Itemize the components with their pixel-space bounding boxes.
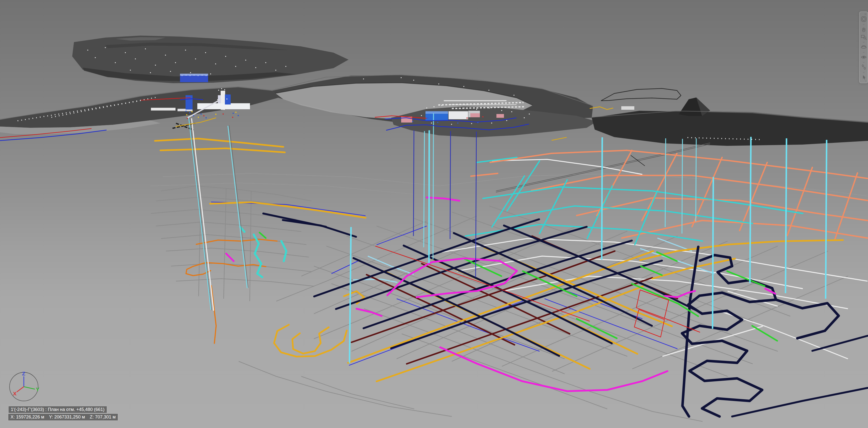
plant-dots-white: [434, 106, 434, 107]
roof-speckles-white: [190, 75, 190, 76]
plant-dots-white: [506, 120, 507, 121]
cyan-upper-level: [492, 176, 525, 227]
salmon-upper-level: [787, 167, 812, 235]
coord-y: Y: 2067331,250 м: [49, 415, 85, 420]
west-site-dots-blue: [200, 113, 202, 115]
terrain-speckles-white: [155, 65, 156, 66]
gray-tunnels: [156, 222, 301, 232]
gizmo-y-label: Y: [36, 386, 39, 392]
gold-tunnels: [160, 149, 285, 152]
plant-building-pink-2: [470, 113, 480, 117]
plant-dots-white: [501, 110, 502, 111]
gold-surface-pieces: [176, 118, 216, 127]
shafts-cyan-thin: [424, 131, 425, 247]
zoom-menu-caret[interactable]: [862, 41, 865, 44]
cursor-coordinates: X: 159726,226 м Y: 2067331,250 м Z: 707,…: [8, 414, 118, 421]
gray-tunnels: [224, 189, 226, 299]
roof-speckles-white: [206, 75, 207, 76]
plant-dots-blue: [477, 122, 478, 123]
salmon-upper-level: [622, 221, 868, 238]
terrain-speckles-white: [205, 52, 206, 53]
west-site-dots-yellow: [198, 117, 199, 118]
plant-dots-white: [524, 117, 525, 118]
navy-tunnels: [263, 213, 326, 227]
tower-blue-west-1: [186, 95, 192, 109]
terrain-speckles-white: [488, 90, 489, 91]
west-site-dots-yellow: [191, 111, 193, 112]
caret-icon: [862, 61, 865, 64]
gray-tunnels: [301, 376, 414, 409]
look-tool[interactable]: [861, 54, 867, 60]
west-site-dots-white: [221, 88, 222, 89]
salmon-upper-level: [490, 150, 868, 178]
white-level-lines: [457, 256, 803, 289]
gray-tunnels: [250, 191, 251, 301]
zoom-window-tool[interactable]: [861, 34, 867, 40]
steering-wheel-tool[interactable]: [861, 16, 867, 22]
shaft-guides-gray: [190, 118, 212, 310]
terrain-speckles-white: [105, 47, 106, 48]
walk-tool[interactable]: [861, 64, 867, 70]
orbit-tool[interactable]: [861, 44, 867, 51]
building-blue-north: [180, 75, 208, 82]
terrain-speckles-white: [363, 78, 364, 79]
plant-dots-white: [491, 123, 492, 124]
salmon-upper-level: [835, 173, 858, 239]
wheel-menu-caret[interactable]: [862, 23, 865, 26]
navy-tunnels: [732, 388, 868, 417]
zoom-window-icon: [861, 34, 867, 40]
close-button[interactable]: [864, 12, 867, 16]
terrain-speckles-white: [215, 63, 216, 64]
orbit-icon: [861, 44, 867, 51]
green-tunnels: [752, 326, 777, 341]
plant-dots-red: [483, 116, 484, 118]
gold-surface-pieces: [590, 107, 613, 109]
navy-tunnels: [314, 219, 539, 296]
west-site-dots-white: [218, 90, 219, 91]
roof-speckles-white: [182, 75, 183, 76]
west-site-dots-blue: [238, 115, 239, 116]
shafts-cyan-thin: [682, 139, 682, 234]
cyan-upper-level: [507, 161, 539, 211]
terrain-speckles-white: [235, 66, 236, 67]
navy-tunnels: [454, 233, 652, 326]
light-blue-lines: [368, 256, 414, 274]
terrain-speckles-white: [401, 77, 402, 78]
gizmo-x-label: X: [13, 391, 17, 396]
navbar-menu-chevron[interactable]: [864, 79, 867, 83]
pan-tool[interactable]: [861, 26, 867, 33]
gray-tunnels: [239, 361, 452, 417]
coord-x: X: 159726,226 м: [10, 415, 44, 420]
caret-icon: [862, 23, 865, 26]
west-site-dots-blue: [193, 115, 194, 117]
terrain-speckles-white: [115, 62, 116, 63]
cyan-stope-blobs: [281, 241, 286, 261]
gizmo-y-axis: [24, 387, 35, 389]
orbit-menu-caret[interactable]: [862, 51, 865, 54]
green-tunnels: [259, 233, 266, 238]
plant-building-pink-1: [401, 117, 412, 123]
axis-gizmo[interactable]: Z Y X: [7, 370, 41, 404]
platform-white-1: [151, 108, 176, 110]
gold-tunnels: [155, 139, 283, 147]
terrain-speckles-white: [190, 72, 191, 73]
roof-speckles-white: [194, 75, 194, 76]
terrain-speckles-white: [175, 62, 176, 63]
look-menu-caret[interactable]: [862, 61, 865, 64]
viewport-3d[interactable]: [0, 0, 868, 428]
white-level-lines: [727, 291, 778, 306]
walk-icon: [861, 64, 867, 70]
shafts-cyan-thin: [665, 138, 666, 227]
gizmo-x-axis: [17, 387, 24, 392]
terrain-speckles-white: [265, 62, 266, 63]
coord-z: Z: 707,301 м: [90, 415, 116, 420]
plant-dots-white: [464, 107, 465, 108]
gold-tunnels: [292, 327, 329, 354]
west-site-dots-yellow: [236, 112, 237, 113]
gray-level-lines: [150, 183, 414, 194]
tower-blue-west-2: [225, 95, 231, 104]
terrain-speckles-white: [95, 57, 96, 58]
walk-menu-caret[interactable]: [862, 71, 865, 74]
terrain-speckles-white: [210, 73, 211, 74]
terrain-speckles-white: [463, 86, 464, 87]
